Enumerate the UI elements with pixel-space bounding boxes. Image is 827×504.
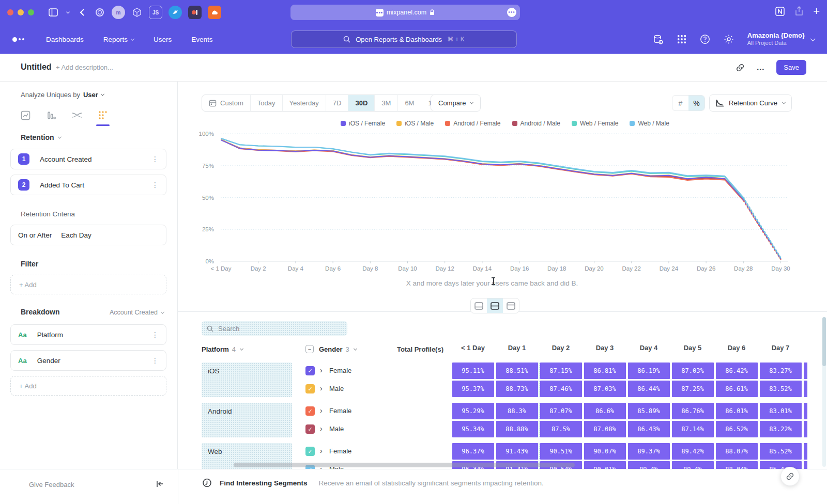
retention-value-cell[interactable]: 83.27% [760,363,802,379]
percent-toggle-button[interactable]: % [688,96,705,111]
retention-value-cell[interactable]: 90.07% [584,443,626,460]
table-search-input[interactable]: Search [202,321,347,336]
retention-value-cell[interactable]: 87.14% [672,421,714,437]
retention-value-cell[interactable]: 86.6% [584,403,626,419]
retention-value-cell[interactable]: 86.81% [584,363,626,379]
legend-item[interactable]: iOS / Male [396,120,434,127]
minimize-window-icon[interactable] [18,9,24,15]
apps-grid-icon[interactable] [677,35,686,44]
retention-value-cell[interactable]: 88.88% [496,421,538,437]
step-card-added-to-cart[interactable]: 2 Added To Cart ⋮ [10,175,166,195]
retention-value-cell[interactable]: 87.25% [672,381,714,397]
criteria-on-or-after[interactable]: On or After [18,231,52,239]
flows-icon[interactable] [70,108,84,122]
retention-value-cell[interactable]: 88.07% [716,443,758,460]
retention-value-cell[interactable]: 89.42% [672,443,714,460]
maximize-window-icon[interactable] [28,9,34,15]
retention-value-cell[interactable]: 87.07% [540,403,582,419]
nav-item-dashboards[interactable]: Dashboards [46,36,84,43]
retention-value-cell[interactable]: 83.01% [760,403,802,419]
kebab-menu-icon[interactable]: ⋮ [151,181,159,189]
table-horizontal-scrollbar[interactable] [234,463,575,467]
range-button-30d[interactable]: 30D [348,95,375,111]
retention-value-cell[interactable]: 88.3% [496,403,538,419]
new-tab-icon[interactable]: + [813,7,820,16]
data-management-icon[interactable] [653,34,664,45]
chart-type-dropdown[interactable]: Retention Curve [709,94,792,112]
add-breakdown-button[interactable]: + Add [10,376,166,396]
table-vertical-scrollbar[interactable] [822,317,826,467]
report-description-placeholder[interactable]: + Add description... [56,64,113,71]
segments-title[interactable]: Find Interesting Segments [220,479,308,487]
retention-value-cell[interactable]: 87.03% [672,363,714,379]
table-only-view-icon[interactable] [471,298,487,313]
collapse-sidebar-icon[interactable] [156,480,164,487]
project-switcher[interactable]: Amazonia {Demo} All Project Data [747,32,815,47]
extensions-icon[interactable]: ••• [507,8,516,17]
retention-value-cell[interactable]: 88.73% [496,381,538,397]
retention-criteria-card[interactable]: On or After Each Day [10,225,166,245]
nav-item-users[interactable]: Users [154,36,172,43]
retention-value-cell[interactable]: 87.46% [540,381,582,397]
retention-value-cell[interactable]: 85.47% [760,461,802,469]
compare-button[interactable]: Compare [431,94,481,112]
day-column-header[interactable]: < 1 Day [461,344,485,358]
expand-row-icon[interactable]: › [320,447,323,455]
range-button-today[interactable]: Today [251,95,283,111]
global-search[interactable]: Open Reports & Dashboards ⌘ + K [291,30,517,48]
retention-value-cell[interactable]: 95.29% [452,403,494,419]
day-column-header[interactable]: Day 7 [772,344,790,358]
retention-value-cell[interactable]: 91.43% [496,443,538,460]
retention-value-cell[interactable]: 86.01% [716,403,758,419]
analyze-by-value[interactable]: User [83,91,98,99]
retention-value-cell[interactable]: 85.89% [628,403,670,419]
range-button-6m[interactable]: 6M [398,95,421,111]
split-view-icon[interactable] [487,298,503,313]
expand-row-icon[interactable]: › [320,366,323,374]
retention-value-cell[interactable]: 96.37% [452,443,494,460]
kebab-menu-icon[interactable]: ⋮ [151,330,159,339]
legend-item[interactable]: Android / Male [512,120,560,127]
retention-value-cell[interactable]: 95.34% [452,421,494,437]
retention-value-cell[interactable]: 86.42% [716,363,758,379]
nav-item-reports[interactable]: Reports [103,36,134,43]
step-card-account-created[interactable]: 1 Account Created ⋮ [10,149,166,169]
kebab-menu-icon[interactable]: ⋮ [151,155,159,163]
retention-icon[interactable] [96,108,110,122]
close-window-icon[interactable] [7,9,13,15]
retention-value-cell[interactable]: 83.22% [760,421,802,437]
js-icon[interactable]: JS [149,6,162,19]
platform-cell[interactable]: iOS [202,363,292,397]
gender-column-header[interactable]: − Gender 3 [305,342,357,356]
range-button-3m[interactable]: 3M [375,95,398,111]
more-options-icon[interactable]: … [756,63,765,72]
criteria-each-day[interactable]: Each Day [61,231,91,239]
expand-row-icon[interactable]: › [320,424,323,433]
retention-value-cell[interactable]: 90.01% [584,461,626,469]
retention-value-cell[interactable]: 90.51% [540,443,582,460]
ring-icon[interactable] [94,7,105,18]
share-link-fab[interactable] [780,467,800,486]
retention-value-cell[interactable]: 87.08% [584,421,626,437]
nav-item-events[interactable]: Events [191,36,212,43]
segment-checkbox[interactable]: ✓ [305,447,315,456]
legend-item[interactable]: Android / Female [445,120,500,127]
help-icon[interactable] [700,34,710,44]
legend-item[interactable]: Web / Male [630,120,669,127]
retention-value-cell[interactable]: 85.52% [760,443,802,460]
day-column-header[interactable]: Day 5 [684,344,702,358]
chevron-down-icon[interactable] [65,7,70,18]
legend-item[interactable]: Web / Female [572,120,618,127]
breakdown-card-gender[interactable]: Aa Gender ⋮ [10,350,166,371]
report-title[interactable]: Untitled [21,62,52,72]
retention-value-cell[interactable]: 86.76% [672,403,714,419]
mixpanel-logo-icon[interactable] [12,37,24,42]
back-icon[interactable] [76,7,88,18]
retention-value-cell[interactable]: 87.5% [540,421,582,437]
retention-value-cell[interactable]: 87.15% [540,363,582,379]
save-button[interactable]: Save [776,60,806,75]
indeterminate-checkbox[interactable]: − [305,345,314,353]
cloud-app-icon[interactable] [208,6,221,19]
day-column-header[interactable]: Day 1 [508,344,526,358]
retention-value-cell[interactable]: 86.52% [716,421,758,437]
